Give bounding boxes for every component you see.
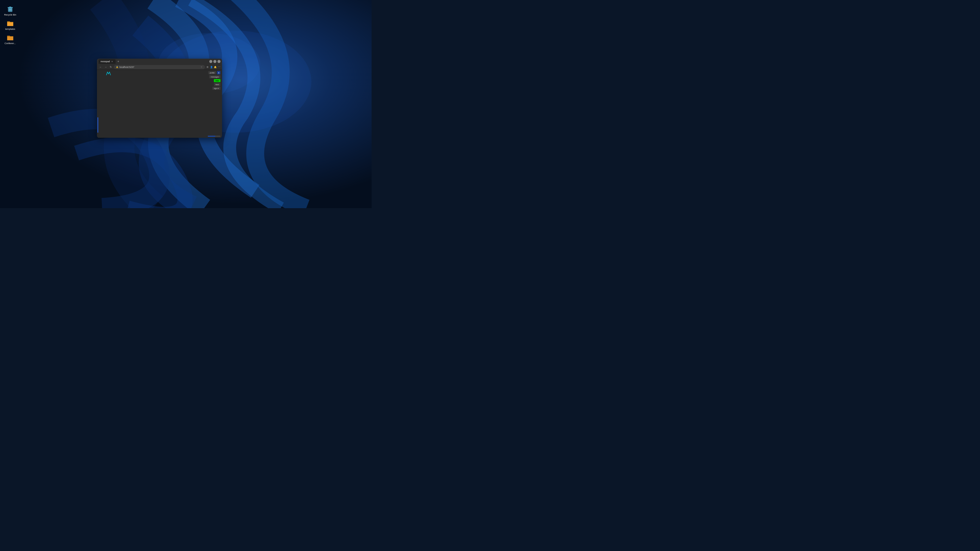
progress-fill	[208, 136, 215, 137]
progress-bar	[208, 136, 221, 137]
browser-tab-active[interactable]: mosspad ✕	[99, 59, 116, 64]
star-icon[interactable]: ☆	[200, 65, 203, 68]
conferences-label: Conferen...	[5, 42, 16, 45]
nav-menu-row-feed: feed	[214, 83, 221, 86]
maximize-button[interactable]: □	[213, 60, 216, 63]
user-avatar: B	[217, 71, 221, 75]
recycle-bin-label: Recycle Bin	[4, 14, 16, 16]
nav-menu-row-top: profile B	[208, 71, 221, 75]
nav-menu-row-tribe: tribe	[214, 79, 221, 82]
app-logo	[106, 71, 111, 76]
tribe-button[interactable]: tribe	[214, 79, 221, 82]
messages-button[interactable]: messages	[209, 75, 221, 78]
conferences-image	[6, 34, 14, 41]
recycle-bin-icon[interactable]: Recycle Bin	[2, 5, 18, 17]
account-icon[interactable]: 👤	[210, 65, 213, 68]
window-controls: − □ ✕	[209, 60, 221, 63]
new-tab-button[interactable]: +	[116, 59, 121, 64]
more-icon[interactable]: ⋯	[218, 65, 221, 68]
recycle-bin-image	[6, 6, 14, 13]
close-button[interactable]: ✕	[218, 60, 221, 63]
lock-icon: 🔒	[116, 66, 118, 68]
templates-image	[6, 20, 14, 27]
nav-menu: profile B messages tribe feed sign in	[208, 71, 221, 90]
nav-menu-row-messages: messages	[209, 75, 221, 78]
templates-label: templates	[5, 28, 15, 30]
avatar-initial: B	[218, 72, 220, 74]
sign-in-button[interactable]: sign in	[212, 87, 221, 90]
left-blue-bar	[97, 118, 98, 133]
profile-button[interactable]: profile	[208, 71, 216, 74]
minimize-button[interactable]: −	[209, 60, 212, 63]
desktop-icons: Recycle Bin templates Conferen...	[0, 3, 21, 48]
browser-bottom	[208, 135, 222, 138]
refresh-button[interactable]: ↻	[109, 65, 113, 69]
svg-rect-5	[9, 6, 11, 7]
conferences-icon[interactable]: Conferen...	[2, 33, 18, 46]
notifications-icon[interactable]: 🔔	[213, 65, 217, 68]
extensions-icon[interactable]: ⚙	[206, 65, 209, 68]
browser-window: mosspad ✕ + − □ ✕ ← → ↻ 🔒 localhost:5237…	[97, 59, 222, 138]
address-bar[interactable]: 🔒 localhost:5237 ☆	[114, 65, 205, 69]
templates-icon[interactable]: templates	[2, 19, 18, 32]
forward-button[interactable]: →	[103, 65, 108, 69]
address-text: localhost:5237	[119, 66, 199, 68]
back-button[interactable]: ←	[99, 65, 103, 69]
browser-toolbar-icons: ⚙ 👤 🔔 ⋯	[206, 65, 221, 68]
tab-close-btn[interactable]: ✕	[111, 60, 114, 63]
browser-titlebar: mosspad ✕ + − □ ✕	[97, 59, 222, 64]
browser-content: profile B messages tribe feed sign in	[97, 70, 222, 138]
tab-bar: mosspad ✕ +	[99, 59, 153, 64]
address-icons: ☆	[200, 65, 203, 68]
browser-addressbar: ← → ↻ 🔒 localhost:5237 ☆ ⚙ 👤 🔔 ⋯	[97, 64, 222, 70]
desktop: Recycle Bin templates Conferen...	[0, 0, 372, 208]
feed-button[interactable]: feed	[214, 83, 221, 86]
tab-label: mosspad	[100, 60, 110, 63]
nav-menu-row-signin: sign in	[212, 87, 221, 90]
